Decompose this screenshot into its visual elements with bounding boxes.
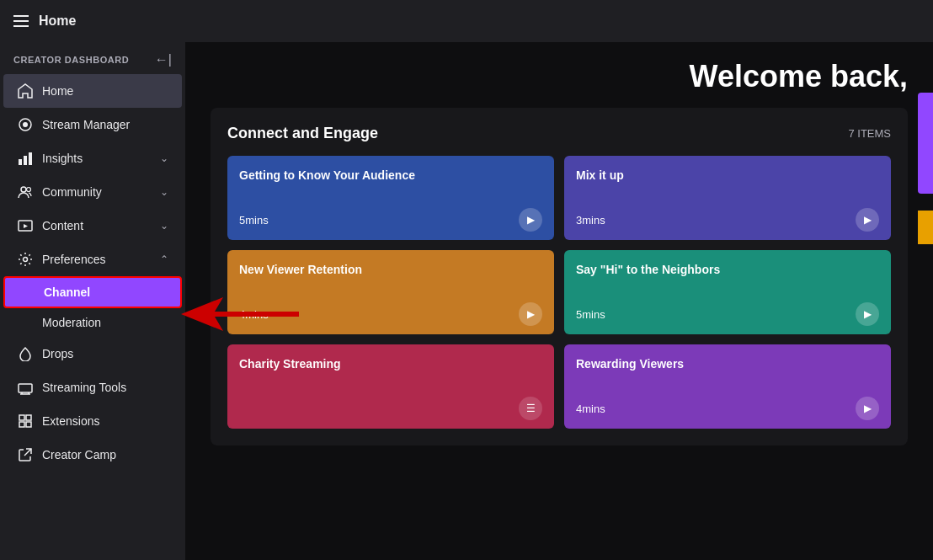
top-bar: Home xyxy=(0,0,933,42)
section-title: Connect and Engage xyxy=(227,125,378,142)
menu-icon[interactable] xyxy=(13,15,29,27)
sidebar-item-extensions[interactable]: Extensions xyxy=(3,404,182,438)
chevron-down-icon: ⌄ xyxy=(160,152,168,164)
stream-manager-icon xyxy=(17,116,34,133)
sidebar-item-content-label: Content xyxy=(42,219,83,232)
content-area: Welcome back, Connect and Engage 7 ITEMS… xyxy=(185,42,933,560)
card-new-viewer[interactable]: New Viewer Retention 4mins ▶ xyxy=(227,250,554,334)
card-bottom: 5mins ▶ xyxy=(239,208,542,232)
insights-icon xyxy=(17,150,34,167)
sidebar-item-preferences[interactable]: Preferences ⌃ xyxy=(3,243,182,276)
card-bottom: ☰ xyxy=(239,397,542,420)
card-duration: 5mins xyxy=(239,214,269,227)
home-icon xyxy=(17,83,34,99)
sidebar-item-content[interactable]: Content ⌄ xyxy=(3,209,182,243)
sidebar-item-insights-label: Insights xyxy=(42,152,83,165)
card-title: Say "Hi" to the Neighbors xyxy=(576,262,788,277)
svg-point-8 xyxy=(24,258,28,262)
play-button[interactable]: ▶ xyxy=(519,208,542,232)
gear-icon xyxy=(17,251,34,268)
community-icon xyxy=(17,184,34,200)
right-panel-hint xyxy=(918,93,933,194)
card-duration: 4mins xyxy=(239,308,269,321)
card-title: Mix it up xyxy=(576,168,788,183)
svg-point-5 xyxy=(21,187,26,192)
card-bottom: 5mins ▶ xyxy=(576,302,879,326)
sidebar-sub-item-channel-label: Channel xyxy=(44,285,90,299)
card-getting-to-know[interactable]: Getting to Know Your Audience 5mins ▶ xyxy=(227,156,554,240)
svg-point-1 xyxy=(23,122,28,127)
sidebar-item-drops-label: Drops xyxy=(42,347,73,360)
play-button[interactable]: ▶ xyxy=(856,208,879,232)
sidebar-item-stream-manager[interactable]: Stream Manager xyxy=(3,108,182,141)
card-title: Rewarding Viewers xyxy=(576,356,788,371)
play-button[interactable]: ▶ xyxy=(856,302,879,326)
card-duration: 5mins xyxy=(576,308,605,321)
card-title: Getting to Know Your Audience xyxy=(239,168,451,183)
chevron-down-icon: ⌄ xyxy=(160,186,168,198)
card-duration: 4mins xyxy=(576,403,605,415)
sidebar-item-streaming-tools[interactable]: Streaming Tools xyxy=(3,371,182,404)
chevron-down-icon: ⌄ xyxy=(160,220,168,232)
card-say-hi[interactable]: Say "Hi" to the Neighbors 5mins ▶ xyxy=(564,250,891,334)
sidebar-item-insights[interactable]: Insights ⌄ xyxy=(3,141,182,175)
card-mix-it-up[interactable]: Mix it up 3mins ▶ xyxy=(564,156,891,240)
external-link-icon xyxy=(17,446,34,463)
sidebar-item-drops[interactable]: Drops xyxy=(3,337,182,371)
sidebar-item-extensions-label: Extensions xyxy=(42,414,99,428)
svg-rect-3 xyxy=(24,156,27,165)
streaming-tools-icon xyxy=(17,379,34,396)
sidebar-item-community[interactable]: Community ⌄ xyxy=(3,175,182,209)
sidebar-item-creator-camp[interactable]: Creator Camp xyxy=(3,438,182,472)
sidebar-item-preferences-label: Preferences xyxy=(42,253,105,266)
cards-grid: Getting to Know Your Audience 5mins ▶ Mi… xyxy=(227,156,891,429)
content-icon xyxy=(17,217,34,234)
sidebar-item-streaming-tools-label: Streaming Tools xyxy=(42,381,126,394)
card-rewarding-viewers[interactable]: Rewarding Viewers 4mins ▶ xyxy=(564,344,891,429)
drops-icon xyxy=(17,345,34,362)
play-button[interactable]: ▶ xyxy=(519,302,542,326)
sidebar-item-community-label: Community xyxy=(42,185,102,199)
page-title: Home xyxy=(39,13,76,29)
sidebar-sub-item-moderation-label: Moderation xyxy=(42,316,101,329)
sidebar: CREATOR DASHBOARD ←| Home Stream Manager… xyxy=(0,42,185,560)
welcome-heading: Welcome back, xyxy=(185,42,933,94)
sidebar-item-creator-camp-label: Creator Camp xyxy=(42,448,116,461)
play-button[interactable]: ☰ xyxy=(519,397,542,420)
sidebar-item-home[interactable]: Home xyxy=(3,74,182,108)
main-layout: CREATOR DASHBOARD ←| Home Stream Manager… xyxy=(0,42,933,560)
sidebar-sub-item-moderation[interactable]: Moderation xyxy=(3,308,182,337)
svg-line-10 xyxy=(24,449,31,456)
card-title: New Viewer Retention xyxy=(239,262,451,277)
card-charity-streaming[interactable]: Charity Streaming ☰ xyxy=(227,344,554,429)
card-bottom: 4mins ▶ xyxy=(239,302,542,326)
collapse-sidebar-button[interactable]: ←| xyxy=(155,52,172,67)
svg-rect-9 xyxy=(19,384,32,392)
svg-rect-2 xyxy=(19,159,22,165)
card-duration: 3mins xyxy=(576,214,605,227)
sidebar-sub-item-channel[interactable]: Channel xyxy=(3,276,182,308)
right-panel-orange-hint xyxy=(918,211,933,244)
sidebar-item-home-label: Home xyxy=(42,84,73,98)
sidebar-item-stream-manager-label: Stream Manager xyxy=(42,118,130,131)
section-count: 7 ITEMS xyxy=(848,127,891,140)
play-button[interactable]: ▶ xyxy=(856,397,879,420)
card-bottom: 4mins ▶ xyxy=(576,397,879,420)
sidebar-header: CREATOR DASHBOARD ←| xyxy=(0,42,185,74)
section-header: Connect and Engage 7 ITEMS xyxy=(227,125,891,142)
card-bottom: 3mins ▶ xyxy=(576,208,879,232)
connect-engage-section: Connect and Engage 7 ITEMS Getting to Kn… xyxy=(211,108,908,445)
chevron-up-icon: ⌃ xyxy=(160,253,168,265)
svg-point-6 xyxy=(27,188,31,192)
svg-rect-4 xyxy=(29,152,32,165)
extensions-icon xyxy=(17,413,34,429)
card-title: Charity Streaming xyxy=(239,356,451,371)
sidebar-header-label: CREATOR DASHBOARD xyxy=(13,55,129,65)
